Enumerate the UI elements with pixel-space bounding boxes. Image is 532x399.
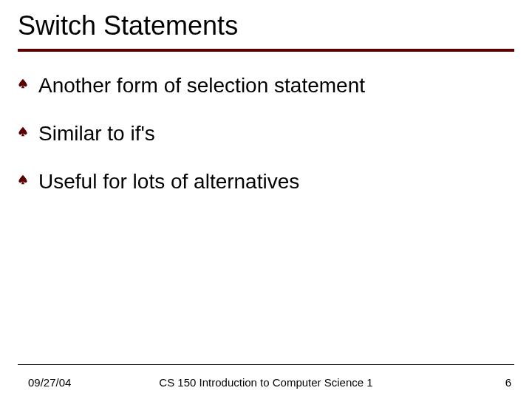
list-item: Another form of selection statement: [18, 72, 514, 98]
slide-title: Switch Statements: [0, 0, 532, 41]
footer-course: CS 150 Introduction to Computer Science …: [0, 376, 532, 389]
spade-icon: [18, 126, 28, 137]
slide-footer: 09/27/04 CS 150 Introduction to Computer…: [0, 365, 532, 399]
slide-content: Another form of selection statement Simi…: [0, 52, 532, 194]
list-item: Useful for lots of alternatives: [18, 168, 514, 194]
bullet-text: Another form of selection statement: [38, 72, 365, 98]
spade-icon: [18, 174, 28, 185]
bullet-text: Useful for lots of alternatives: [38, 168, 299, 194]
spade-icon: [18, 78, 28, 89]
list-item: Similar to if's: [18, 120, 514, 146]
footer-page-number: 6: [505, 376, 511, 389]
bullet-text: Similar to if's: [38, 120, 155, 146]
